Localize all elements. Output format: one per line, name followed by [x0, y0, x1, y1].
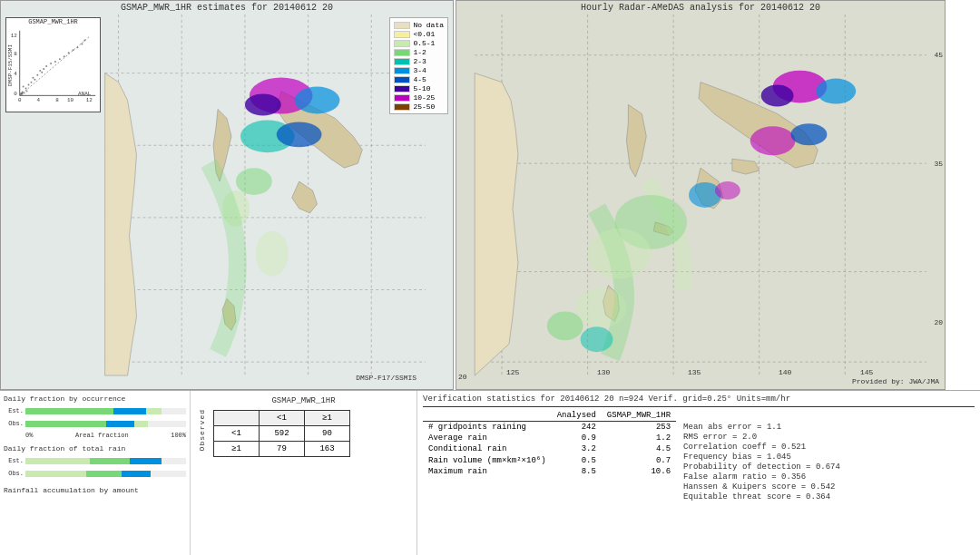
verif-scores: Mean abs error = 1.1 RMS error = 2.0 Cor… — [683, 410, 840, 501]
legend-2: 2-3 — [394, 57, 444, 65]
est-track-2 — [25, 458, 186, 464]
est-fill-2-lt — [25, 458, 90, 464]
svg-point-50 — [295, 87, 340, 114]
est-label-2: Est. — [4, 457, 24, 464]
scatter-svg: 0 4 8 12 0 4 8 10 12 — [6, 25, 100, 105]
svg-point-73 — [689, 182, 721, 208]
right-map-panel: Hourly Radar-AMeDAS analysis for 2014061… — [456, 0, 946, 390]
legend-label-4: 4-5 — [413, 75, 426, 83]
svg-point-19 — [36, 74, 38, 76]
ct-cell-592: 592 — [260, 426, 305, 442]
legend-label-1: 1-2 — [413, 48, 426, 56]
legend-25: 25-50 — [394, 102, 444, 111]
svg-text:12: 12 — [11, 33, 18, 39]
legend-label-001: <0.01 — [413, 30, 435, 38]
legend-5: 5-10 — [394, 84, 444, 92]
svg-point-16 — [30, 82, 32, 83]
svg-point-20 — [41, 72, 43, 73]
verif-val-avgrain-gs: 1.2 — [602, 433, 676, 443]
verif-val-gridpoints-gs: 253 — [602, 422, 676, 433]
obs-fill-2-dark — [122, 471, 151, 477]
svg-text:DMSP-F17/SSMIS: DMSP-F17/SSMIS — [356, 374, 416, 382]
pct-end-1: 100% — [171, 432, 186, 439]
svg-point-35 — [26, 90, 28, 92]
svg-point-22 — [43, 68, 44, 70]
lon-135: 135 — [688, 368, 701, 376]
obs-track-2 — [25, 471, 186, 477]
svg-point-30 — [76, 46, 78, 48]
contingency-title: GSMAP_MWR_1HR — [198, 396, 409, 405]
svg-point-56 — [256, 231, 289, 277]
verif-label-avgrain: Average rain — [423, 433, 552, 443]
est-fill-1-blue — [113, 408, 145, 414]
verif-val-condrain-gs: 4.5 — [602, 443, 676, 454]
est-track-1 — [25, 408, 186, 414]
svg-point-13 — [25, 88, 27, 90]
obs-fill-2-lt — [25, 471, 86, 477]
lat-45-label: 45 — [934, 51, 943, 59]
ct-header-gte1: ≥1 — [305, 411, 350, 426]
svg-text:4: 4 — [14, 71, 17, 77]
verif-label-gridpoints: # gridpoints raining — [423, 422, 552, 433]
svg-text:DMSP-F15/SSMI: DMSP-F15/SSMI — [7, 44, 14, 86]
bar-footer: Rainfall accumulation by amount — [4, 486, 186, 494]
ct-header-lt1: <1 — [260, 411, 305, 426]
verif-th-label — [423, 410, 552, 422]
svg-text:8: 8 — [55, 97, 59, 103]
pct-axis-1: 0% Areal fraction 100% — [4, 432, 186, 439]
bottom-left: Daily fraction by occurrence Est. Obs. — [0, 391, 191, 555]
svg-point-29 — [73, 49, 74, 51]
score-corr: Correlation coeff = 0.521 — [683, 443, 840, 452]
legend-label-05: 0.5-1 — [413, 39, 435, 47]
score-ets: Equitable threat score = 0.364 — [683, 492, 840, 501]
score-hk: Hanssen & Kuipers score = 0.542 — [683, 482, 840, 492]
bottom-right: Verification statistics for 20140612 20 … — [417, 391, 980, 555]
svg-text:0: 0 — [18, 97, 22, 103]
est-fill-1-green — [25, 408, 113, 414]
svg-point-14 — [23, 86, 24, 88]
pct-mid-1: Areal fraction — [75, 432, 129, 439]
legend-05: 0.5-1 — [394, 39, 444, 47]
legend-label-3: 3-4 — [413, 66, 426, 74]
bar-row-obs1: Obs. — [4, 419, 186, 428]
obs-fill-2-med — [86, 471, 122, 477]
right-map-svg — [456, 1, 945, 389]
verif-row-rainvol: Rain volume (mm×km²×10⁶) 0.5 0.7 — [423, 454, 676, 466]
verif-row-maxrain: Maximum rain 8.5 10.6 — [423, 466, 676, 477]
verif-row-gridpoints: # gridpoints raining 242 253 — [423, 422, 676, 433]
lat-20-left: 20 — [458, 373, 467, 381]
ct-cell-90: 90 — [305, 426, 350, 442]
ct-cell-163: 163 — [305, 442, 350, 457]
ct-row-gte1: ≥1 79 163 — [214, 442, 350, 457]
pct-start-1: 0% — [25, 432, 33, 439]
verif-row-condrain: Conditional rain 3.2 4.5 — [423, 443, 676, 454]
svg-point-78 — [547, 311, 583, 340]
verif-val-condrain-an: 3.2 — [552, 443, 602, 454]
obs-vertical-label: Observed — [198, 409, 211, 451]
verif-title: Verification statistics for 20140612 20 … — [423, 394, 975, 404]
legend-color-nodata — [394, 22, 410, 29]
svg-text:ANAL: ANAL — [78, 91, 92, 97]
verif-val-rainvol-an: 0.5 — [552, 454, 602, 466]
legend-label-nodata: No data — [413, 21, 444, 29]
svg-text:10: 10 — [67, 97, 74, 103]
verif-table: Analysed GSMAP_MWR_1HR # gridpoints rain… — [423, 410, 676, 501]
svg-point-33 — [20, 92, 23, 95]
left-map-title: GSMAP_MWR_1HR estimates for 20140612 20 — [1, 3, 453, 13]
legend-10: 10-25 — [394, 93, 444, 102]
legend-label-5: 5-10 — [413, 84, 430, 92]
svg-text:8: 8 — [14, 51, 17, 57]
svg-point-72 — [791, 123, 828, 145]
svg-text:4: 4 — [37, 97, 41, 103]
verif-stats-container: Analysed GSMAP_MWR_1HR # gridpoints rain… — [423, 410, 975, 501]
obs-label-1: Obs. — [4, 420, 24, 427]
svg-point-31 — [81, 43, 83, 44]
est-fill-2-dark — [130, 458, 162, 464]
lon-125: 125 — [506, 368, 519, 376]
svg-point-71 — [750, 126, 796, 155]
bottom-row: Daily fraction by occurrence Est. Obs. — [0, 390, 980, 555]
verif-label-rainvol: Rain volume (mm×km²×10⁶) — [423, 454, 552, 466]
obs-label-2: Obs. — [4, 470, 24, 477]
main-container: GSMAP_MWR_1HR estimates for 20140612 20 … — [0, 0, 980, 555]
legend-1: 1-2 — [394, 48, 444, 56]
